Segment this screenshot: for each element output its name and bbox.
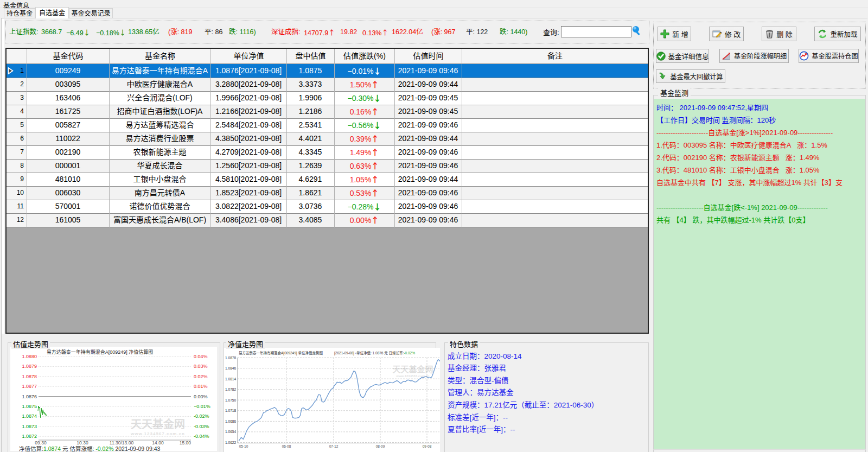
svg-text:天天基金网: 天天基金网 xyxy=(392,363,433,374)
svg-text:1.0880: 1.0880 xyxy=(22,354,37,359)
svg-text:易方达磐泰一年持有期混合A[009249] 净值估算图: 易方达磐泰一年持有期混合A[009249] 净值估算图 xyxy=(47,349,154,355)
svg-text:06-08: 06-08 xyxy=(282,444,291,448)
svg-text:易方达磐泰一年持有期混合A[009249] 单位净值走势图: 易方达磐泰一年持有期混合A[009249] 单位净值走势图 xyxy=(239,351,323,355)
svg-text:1.0814: 1.0814 xyxy=(225,377,236,381)
svg-text:1.0750: 1.0750 xyxy=(225,398,236,402)
svg-text:1.0878: 1.0878 xyxy=(22,374,37,379)
svg-text:-0.03%: -0.03% xyxy=(194,424,209,429)
svg-text:0.03%: 0.03% xyxy=(194,364,208,369)
svg-text:1.0872: 1.0872 xyxy=(22,434,37,439)
svg-text:−0.01%: −0.01% xyxy=(194,404,210,409)
svg-text:1.0686: 1.0686 xyxy=(225,419,236,423)
svg-text:08-09: 08-09 xyxy=(376,444,385,448)
svg-text:1.0876: 1.0876 xyxy=(22,394,37,399)
svg-text:1.0879: 1.0879 xyxy=(22,364,37,369)
svg-text:1.0782: 1.0782 xyxy=(225,387,236,391)
svg-text:1.0718: 1.0718 xyxy=(225,409,236,412)
svg-text:15:00: 15:00 xyxy=(180,440,192,445)
svg-text:www.1234567.com.cn: www.1234567.com.cn xyxy=(130,431,185,436)
svg-text:09-08: 09-08 xyxy=(423,444,432,448)
svg-text:[2021-09-08] ▪单位净值: 1.0876 元 日: [2021-09-08] ▪单位净值: 1.0876 元 日增长率:-0.02% xyxy=(334,351,415,355)
svg-text:1.0878: 1.0878 xyxy=(225,356,236,360)
svg-text:1.0622: 1.0622 xyxy=(225,441,236,444)
svg-text:0.00%: 0.00% xyxy=(194,394,208,399)
svg-text:-0.02%: -0.02% xyxy=(194,413,209,419)
svg-text:07-12: 07-12 xyxy=(329,444,339,448)
svg-text:0.02%: 0.02% xyxy=(194,374,208,379)
svg-text:天天基金网: 天天基金网 xyxy=(131,416,185,431)
svg-text:0.01%: 0.01% xyxy=(194,384,208,389)
svg-text:1.0874: 1.0874 xyxy=(22,413,37,419)
svg-text:1.0846: 1.0846 xyxy=(225,366,236,370)
svg-text:0.04%: 0.04% xyxy=(194,354,208,359)
svg-text:www.1234567.com.cn: www.1234567.com.cn xyxy=(395,374,430,378)
svg-text:05-10: 05-10 xyxy=(239,444,248,448)
svg-text:-0.04%: -0.04% xyxy=(194,434,209,439)
svg-text:1.0654: 1.0654 xyxy=(225,430,236,434)
svg-text:1.0875: 1.0875 xyxy=(22,404,37,409)
svg-text:1.0873: 1.0873 xyxy=(22,424,37,429)
svg-text:1.0877: 1.0877 xyxy=(22,384,37,389)
